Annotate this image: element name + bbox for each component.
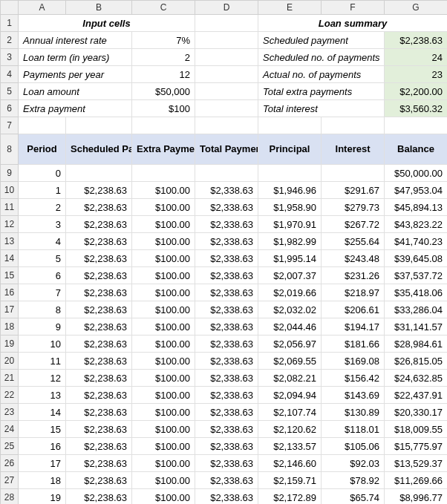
cell-principal[interactable]: $1,995.14 — [258, 250, 322, 267]
summary-value[interactable]: 23 — [385, 66, 448, 83]
cell-extra[interactable]: $100.00 — [132, 318, 195, 336]
cell-period[interactable]: 2 — [19, 199, 66, 216]
cell-principal[interactable]: $2,120.62 — [258, 421, 322, 438]
input-value[interactable]: $50,000 — [132, 83, 195, 100]
cell-balance[interactable]: $11,269.66 — [385, 472, 448, 489]
col-interest[interactable]: Interest — [322, 134, 385, 165]
row-header[interactable]: 21 — [1, 370, 19, 387]
cell-extra[interactable]: $100.00 — [132, 301, 195, 318]
cell-interest[interactable]: $181.66 — [322, 336, 385, 353]
cell-period[interactable]: 13 — [19, 387, 66, 404]
cell-extra[interactable]: $100.00 — [132, 216, 195, 233]
col-header-C[interactable]: C — [132, 1, 195, 15]
cell-extra[interactable]: $100.00 — [132, 455, 195, 472]
cell-principal[interactable]: $1,982.99 — [258, 233, 322, 250]
cell-extra[interactable]: $100.00 — [132, 267, 195, 284]
row-header[interactable]: 15 — [1, 267, 19, 284]
cell-scheduled[interactable]: $2,238.63 — [66, 404, 132, 421]
cell-principal[interactable]: $2,056.97 — [258, 336, 322, 353]
cell-period[interactable]: 9 — [19, 318, 66, 336]
cell-scheduled[interactable]: $2,238.63 — [66, 489, 132, 505]
input-cells-title[interactable]: Input cells — [19, 15, 195, 32]
cell-interest[interactable]: $194.17 — [322, 318, 385, 336]
input-value[interactable]: 2 — [132, 49, 195, 66]
col-header-A[interactable]: A — [19, 1, 66, 15]
cell-balance[interactable]: $28,984.61 — [385, 336, 448, 353]
input-label[interactable]: Loan term (in years) — [19, 49, 132, 66]
cell-principal[interactable] — [258, 165, 322, 182]
cell-total[interactable]: $2,338.63 — [195, 233, 258, 250]
cell-balance[interactable]: $43,823.22 — [385, 216, 448, 233]
cell-interest[interactable]: $218.97 — [322, 284, 385, 301]
cell-total[interactable]: $2,338.63 — [195, 404, 258, 421]
cell-total[interactable]: $2,338.63 — [195, 284, 258, 301]
cell-balance[interactable]: $35,418.06 — [385, 284, 448, 301]
cell-principal[interactable]: $2,019.66 — [258, 284, 322, 301]
row-header[interactable]: 4 — [1, 66, 19, 83]
input-label[interactable]: Loan amount — [19, 83, 132, 100]
cell-balance[interactable]: $47,953.04 — [385, 182, 448, 199]
cell-extra[interactable]: $100.00 — [132, 233, 195, 250]
col-header-E[interactable]: E — [258, 1, 322, 15]
cell-extra[interactable]: $100.00 — [132, 489, 195, 505]
summary-label[interactable]: Total interest — [258, 100, 385, 117]
cell-total[interactable]: $2,338.63 — [195, 199, 258, 216]
cell[interactable] — [66, 117, 132, 134]
row-header[interactable]: 5 — [1, 83, 19, 100]
row-header[interactable]: 23 — [1, 404, 19, 421]
cell-extra[interactable]: $100.00 — [132, 370, 195, 387]
row-header[interactable]: 13 — [1, 233, 19, 250]
cell-period[interactable]: 3 — [19, 216, 66, 233]
cell-scheduled[interactable]: $2,238.63 — [66, 318, 132, 336]
cell[interactable] — [195, 100, 258, 117]
cell-interest[interactable]: $279.73 — [322, 199, 385, 216]
col-principal[interactable]: Principal — [258, 134, 322, 165]
cell-principal[interactable]: $2,007.37 — [258, 267, 322, 284]
cell-interest[interactable]: $78.92 — [322, 472, 385, 489]
cell-period[interactable]: 7 — [19, 284, 66, 301]
col-period[interactable]: Period — [19, 134, 66, 165]
cell-total[interactable]: $2,338.63 — [195, 489, 258, 505]
summary-value[interactable]: $2,238.63 — [385, 32, 448, 49]
spreadsheet-grid[interactable]: A B C D E F G 1 Input cells Loan summary… — [0, 0, 447, 504]
row-header[interactable]: 2 — [1, 32, 19, 49]
cell-principal[interactable]: $2,146.60 — [258, 455, 322, 472]
cell-interest[interactable]: $118.01 — [322, 421, 385, 438]
cell[interactable] — [19, 117, 66, 134]
col-header-D[interactable]: D — [195, 1, 258, 15]
row-header[interactable]: 12 — [1, 216, 19, 233]
row-header[interactable]: 7 — [1, 117, 19, 134]
cell-total[interactable]: $2,338.63 — [195, 301, 258, 318]
row-header[interactable]: 27 — [1, 472, 19, 489]
cell-interest[interactable]: $243.48 — [322, 250, 385, 267]
col-extra-payment[interactable]: Extra Payment — [132, 134, 195, 165]
cell-interest[interactable]: $291.67 — [322, 182, 385, 199]
cell-period[interactable]: 18 — [19, 472, 66, 489]
cell-balance[interactable]: $22,437.91 — [385, 387, 448, 404]
cell-scheduled[interactable]: $2,238.63 — [66, 421, 132, 438]
summary-value[interactable]: $3,560.32 — [385, 100, 448, 117]
cell-period[interactable]: 16 — [19, 438, 66, 455]
cell-extra[interactable] — [132, 165, 195, 182]
cell-period[interactable]: 15 — [19, 421, 66, 438]
cell-total[interactable]: $2,338.63 — [195, 455, 258, 472]
row-header[interactable]: 6 — [1, 100, 19, 117]
summary-label[interactable]: Total extra payments — [258, 83, 385, 100]
cell-principal[interactable]: $2,159.71 — [258, 472, 322, 489]
input-label[interactable]: Annual interest rate — [19, 32, 132, 49]
cell-scheduled[interactable]: $2,238.63 — [66, 199, 132, 216]
col-header-F[interactable]: F — [322, 1, 385, 15]
row-header[interactable]: 25 — [1, 438, 19, 455]
cell[interactable] — [195, 49, 258, 66]
row-header[interactable]: 3 — [1, 49, 19, 66]
cell[interactable] — [195, 66, 258, 83]
cell-total[interactable]: $2,338.63 — [195, 250, 258, 267]
cell-scheduled[interactable]: $2,238.63 — [66, 301, 132, 318]
cell-total[interactable]: $2,338.63 — [195, 472, 258, 489]
cell-scheduled[interactable] — [66, 165, 132, 182]
cell-extra[interactable]: $100.00 — [132, 353, 195, 370]
cell-interest[interactable]: $206.61 — [322, 301, 385, 318]
cell-balance[interactable]: $31,141.57 — [385, 318, 448, 336]
row-header[interactable]: 28 — [1, 489, 19, 505]
cell[interactable] — [132, 117, 195, 134]
